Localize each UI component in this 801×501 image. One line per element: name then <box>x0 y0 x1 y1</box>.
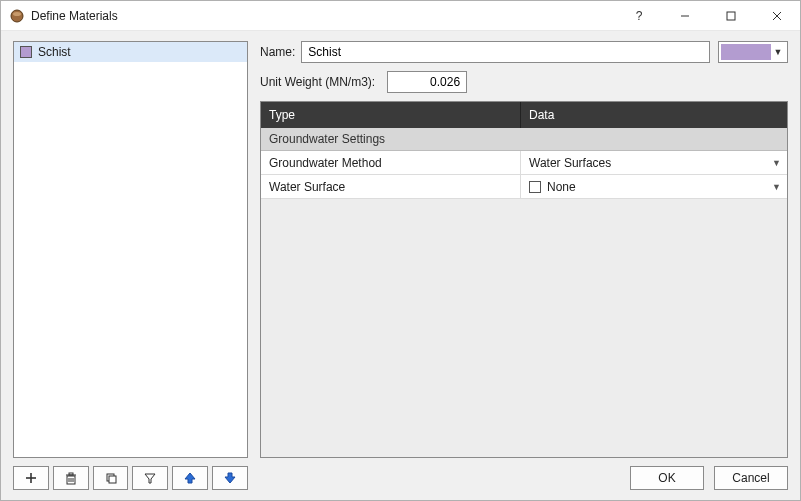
svg-rect-3 <box>727 12 735 20</box>
name-label: Name: <box>260 45 295 59</box>
material-swatch-icon <box>20 46 32 58</box>
close-button[interactable] <box>754 1 800 31</box>
left-panel: Schist <box>13 41 248 490</box>
list-toolbar <box>13 466 248 490</box>
titlebar: Define Materials ? <box>1 1 800 31</box>
svg-marker-17 <box>185 473 195 483</box>
dialog-footer: OK Cancel <box>260 466 788 490</box>
row-key: Water Surface <box>261 175 521 198</box>
add-button[interactable] <box>13 466 49 490</box>
svg-point-1 <box>13 12 21 16</box>
materials-list[interactable]: Schist <box>13 41 248 458</box>
copy-button[interactable] <box>93 466 129 490</box>
unit-weight-input[interactable] <box>387 71 467 93</box>
minimize-button[interactable] <box>662 1 708 31</box>
svg-rect-8 <box>67 476 75 484</box>
header-type: Type <box>261 102 521 128</box>
app-icon <box>9 8 25 24</box>
maximize-button[interactable] <box>708 1 754 31</box>
help-button[interactable]: ? <box>616 1 662 31</box>
chevron-down-icon: ▼ <box>772 182 781 192</box>
svg-rect-13 <box>69 473 73 475</box>
cancel-button[interactable]: Cancel <box>714 466 788 490</box>
name-row: Name: ▼ <box>260 41 788 63</box>
row-value-dropdown[interactable]: None ▼ <box>521 175 787 198</box>
delete-button[interactable] <box>53 466 89 490</box>
name-input[interactable] <box>301 41 710 63</box>
row-value-dropdown[interactable]: Water Surfaces ▼ <box>521 151 787 174</box>
row-key: Groundwater Method <box>261 151 521 174</box>
ok-button[interactable]: OK <box>630 466 704 490</box>
unit-weight-label: Unit Weight (MN/m3): <box>260 75 375 89</box>
grid-header: Type Data <box>261 102 787 128</box>
checkbox-icon[interactable] <box>529 181 541 193</box>
unit-weight-row: Unit Weight (MN/m3): <box>260 71 788 93</box>
group-groundwater[interactable]: Groundwater Settings <box>261 128 787 151</box>
move-up-button[interactable] <box>172 466 208 490</box>
svg-rect-15 <box>109 476 116 483</box>
chevron-down-icon: ▼ <box>772 158 781 168</box>
row-groundwater-method[interactable]: Groundwater Method Water Surfaces ▼ <box>261 151 787 175</box>
row-value-text: None <box>547 180 576 194</box>
property-grid: Type Data Groundwater Settings Groundwat… <box>260 101 788 458</box>
client-area: Schist <box>1 31 800 500</box>
svg-rect-14 <box>107 474 114 481</box>
filter-button[interactable] <box>132 466 168 490</box>
right-panel: Name: ▼ Unit Weight (MN/m3): Type Data G… <box>260 41 788 490</box>
define-materials-dialog: Define Materials ? Schist <box>0 0 801 501</box>
move-down-button[interactable] <box>212 466 248 490</box>
chevron-down-icon: ▼ <box>771 47 785 57</box>
color-chip <box>721 44 771 60</box>
list-item[interactable]: Schist <box>14 42 247 62</box>
svg-marker-16 <box>145 474 155 483</box>
row-value-text: Water Surfaces <box>529 156 611 170</box>
row-water-surface[interactable]: Water Surface None ▼ <box>261 175 787 199</box>
window-title: Define Materials <box>31 9 118 23</box>
color-picker-button[interactable]: ▼ <box>718 41 788 63</box>
material-name: Schist <box>38 45 71 59</box>
svg-marker-18 <box>225 473 235 483</box>
header-data: Data <box>521 102 787 128</box>
